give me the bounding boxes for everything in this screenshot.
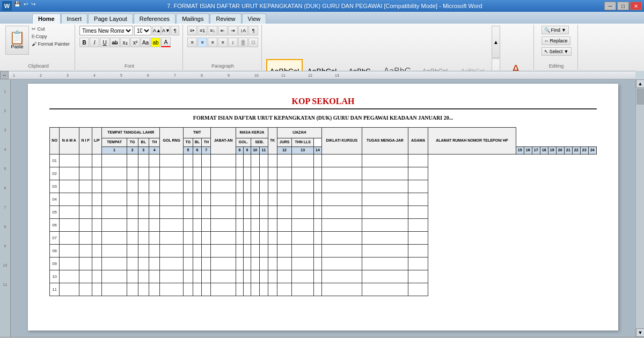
table-cell[interactable] — [259, 219, 268, 232]
table-cell[interactable] — [408, 219, 428, 232]
table-cell[interactable] — [362, 180, 408, 193]
table-cell[interactable] — [102, 180, 127, 193]
titlebar-quick-save[interactable]: 💾 — [14, 1, 20, 11]
table-cell[interactable] — [236, 155, 244, 167]
table-cell[interactable] — [268, 219, 277, 232]
table-cell[interactable] — [268, 206, 277, 219]
tab-view[interactable]: View — [242, 13, 267, 24]
table-cell[interactable] — [292, 206, 314, 219]
table-cell[interactable] — [362, 155, 408, 167]
table-cell[interactable] — [277, 232, 292, 245]
table-cell[interactable] — [322, 219, 362, 232]
table-cell[interactable] — [184, 219, 193, 232]
table-cell[interactable] — [236, 193, 244, 206]
table-cell[interactable] — [211, 232, 236, 245]
align-center-button[interactable]: ≡ — [197, 38, 207, 47]
table-cell[interactable] — [314, 283, 322, 296]
table-cell[interactable] — [236, 206, 244, 219]
table-cell[interactable] — [127, 245, 138, 258]
table-cell[interactable] — [127, 283, 138, 296]
bold-button[interactable]: B — [79, 38, 89, 47]
table-cell[interactable] — [259, 245, 268, 258]
table-cell[interactable] — [102, 193, 127, 206]
decrease-indent-button[interactable]: ⇤ — [218, 26, 228, 35]
tab-page layout[interactable]: Page Layout — [88, 13, 133, 24]
table-cell[interactable]: 11 — [50, 283, 60, 296]
table-cell[interactable] — [322, 193, 362, 206]
table-cell[interactable] — [236, 283, 244, 296]
table-cell[interactable] — [184, 193, 193, 206]
table-cell[interactable] — [277, 155, 292, 167]
table-cell[interactable] — [138, 206, 149, 219]
copy-button[interactable]: ⎘ Copy — [30, 33, 71, 40]
font-increase-button[interactable]: A▲ — [152, 26, 161, 35]
table-cell[interactable] — [160, 167, 184, 180]
table-cell[interactable]: 08 — [50, 245, 60, 258]
font-size-select[interactable]: 10 — [134, 26, 151, 35]
table-cell[interactable] — [149, 270, 159, 283]
table-cell[interactable] — [79, 193, 92, 206]
table-cell[interactable] — [102, 232, 127, 245]
table-cell[interactable]: 02 — [50, 167, 60, 180]
subscript-button[interactable]: x₂ — [120, 38, 130, 47]
table-cell[interactable] — [314, 219, 322, 232]
table-cell[interactable] — [251, 245, 259, 258]
table-cell[interactable] — [79, 258, 92, 270]
table-cell[interactable] — [211, 283, 236, 296]
table-cell[interactable] — [408, 245, 428, 258]
table-cell[interactable] — [243, 193, 251, 206]
table-cell[interactable] — [243, 258, 251, 270]
table-cell[interactable] — [211, 180, 236, 193]
table-cell[interactable] — [92, 283, 102, 296]
table-cell[interactable] — [408, 167, 428, 180]
table-cell[interactable] — [211, 206, 236, 219]
table-cell[interactable] — [184, 180, 193, 193]
table-cell[interactable] — [236, 270, 244, 283]
table-cell[interactable] — [60, 167, 79, 180]
table-cell[interactable]: 10 — [50, 270, 60, 283]
table-cell[interactable] — [314, 155, 322, 167]
table-cell[interactable] — [362, 219, 408, 232]
table-cell[interactable] — [202, 155, 211, 167]
table-cell[interactable] — [193, 219, 202, 232]
table-cell[interactable] — [251, 283, 259, 296]
numbered-list-button[interactable]: ≡1 — [197, 26, 207, 35]
table-cell[interactable] — [268, 258, 277, 270]
table-cell[interactable] — [60, 283, 79, 296]
table-cell[interactable] — [259, 193, 268, 206]
table-cell[interactable]: 01 — [50, 155, 60, 167]
table-cell[interactable] — [60, 180, 79, 193]
table-cell[interactable] — [149, 193, 159, 206]
table-cell[interactable] — [251, 155, 259, 167]
table-cell[interactable] — [184, 167, 193, 180]
table-cell[interactable] — [408, 193, 428, 206]
tab-home[interactable]: Home — [32, 13, 61, 24]
table-cell[interactable] — [243, 270, 251, 283]
table-cell[interactable] — [138, 155, 149, 167]
table-cell[interactable] — [202, 258, 211, 270]
table-cell[interactable] — [138, 245, 149, 258]
table-cell[interactable] — [184, 155, 193, 167]
table-cell[interactable] — [277, 219, 292, 232]
table-cell[interactable] — [92, 206, 102, 219]
show-marks-button[interactable]: ¶ — [248, 26, 258, 35]
table-cell[interactable] — [211, 167, 236, 180]
table-cell[interactable] — [60, 219, 79, 232]
table-cell[interactable] — [362, 270, 408, 283]
table-cell[interactable] — [92, 258, 102, 270]
table-cell[interactable] — [211, 270, 236, 283]
table-cell[interactable] — [362, 283, 408, 296]
table-cell[interactable] — [138, 232, 149, 245]
table-cell[interactable] — [160, 283, 184, 296]
table-cell[interactable] — [202, 206, 211, 219]
titlebar-redo[interactable]: ↪ — [31, 1, 35, 11]
table-cell[interactable]: 05 — [50, 206, 60, 219]
table-cell[interactable] — [149, 206, 159, 219]
table-cell[interactable] — [160, 155, 184, 167]
table-cell[interactable] — [236, 245, 244, 258]
table-cell[interactable] — [60, 270, 79, 283]
table-cell[interactable] — [149, 167, 159, 180]
table-cell[interactable] — [314, 245, 322, 258]
table-cell[interactable] — [251, 193, 259, 206]
table-cell[interactable] — [160, 180, 184, 193]
